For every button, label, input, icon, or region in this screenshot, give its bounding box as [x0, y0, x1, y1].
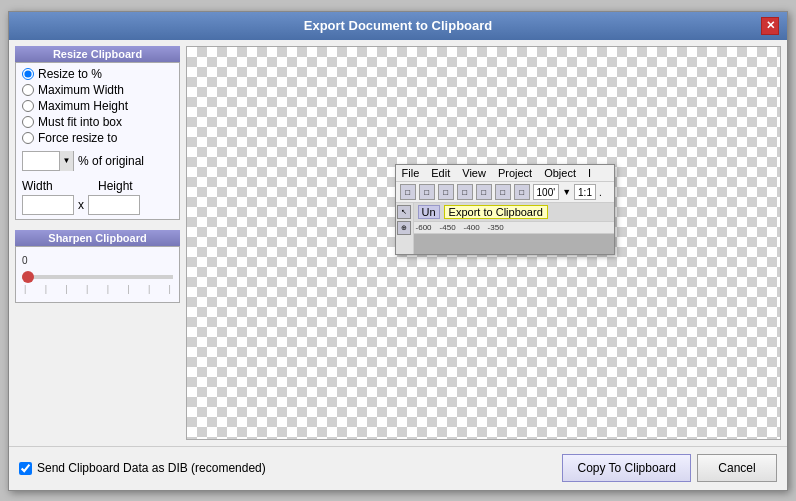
title-bar: Export Document to Clipboard ✕ [9, 12, 787, 40]
mini-menu-edit[interactable]: Edit [429, 167, 452, 179]
slider-min-label: 0 [22, 255, 28, 266]
dimensions-row: Width Height 297 x 134 [22, 179, 173, 215]
mini-toolbar-zoom: 100' [533, 184, 560, 200]
percent-label: % of original [78, 154, 144, 168]
resize-radio-group: Resize to % Maximum Width Maximum Height [22, 67, 173, 145]
export-dialog: Export Document to Clipboard ✕ Resize Cl… [8, 11, 788, 491]
percent-input[interactable]: 100 [23, 152, 59, 170]
resize-options-box: Resize to % Maximum Width Maximum Height [15, 62, 180, 220]
ruler-mark-3: -400 [464, 223, 480, 232]
max-width-label: Maximum Width [38, 83, 124, 97]
resize-percent-label: Resize to % [38, 67, 102, 81]
mini-menu-object[interactable]: Object [542, 167, 578, 179]
bottom-bar: Send Clipboard Data as DIB (recomended) … [9, 446, 787, 490]
width-input[interactable]: 297 [22, 195, 74, 215]
dib-checkbox[interactable] [19, 462, 32, 475]
mini-toolbar-icon-1: □ [400, 184, 416, 200]
max-width-option[interactable]: Maximum Width [22, 83, 173, 97]
height-input[interactable]: 134 [88, 195, 140, 215]
ruler-mark-4: -350 [488, 223, 504, 232]
percent-dropdown-arrow[interactable]: ▼ [59, 151, 73, 171]
mini-toolbar-icon-2: □ [419, 184, 435, 200]
resize-percent-option[interactable]: Resize to % [22, 67, 173, 81]
copy-to-clipboard-button[interactable]: Copy To Clipboard [562, 454, 691, 482]
force-resize-label: Force resize to [38, 131, 117, 145]
mini-canvas-content [414, 234, 614, 254]
left-panel: Resize Clipboard Resize to % Maximum Wid… [15, 46, 180, 440]
dim-x-separator: x [78, 198, 84, 212]
mini-menu-i[interactable]: I [586, 167, 593, 179]
dim-labels: Width Height [22, 179, 173, 193]
ruler-mark-1: -600 [416, 223, 432, 232]
mini-toolbar-separator: ▼ [562, 187, 571, 197]
mini-toolbar-icon-4: □ [457, 184, 473, 200]
dialog-title: Export Document to Clipboard [35, 18, 761, 33]
preview-area: File Edit View Project Object I □ □ □ □ … [186, 46, 781, 440]
mini-toolbar-icon-6: □ [495, 184, 511, 200]
mini-menu-file[interactable]: File [400, 167, 422, 179]
force-resize-radio[interactable] [22, 132, 34, 144]
width-label: Width [22, 179, 82, 193]
resize-section-header: Resize Clipboard [15, 46, 180, 62]
height-label: Height [98, 179, 158, 193]
mini-menu-project[interactable]: Project [496, 167, 534, 179]
max-height-option[interactable]: Maximum Height [22, 99, 173, 113]
resize-section: Resize Clipboard Resize to % Maximum Wid… [15, 46, 180, 220]
force-resize-option[interactable]: Force resize to [22, 131, 173, 145]
mini-menubar: File Edit View Project Object I [396, 165, 614, 182]
max-width-radio[interactable] [22, 84, 34, 96]
dim-inputs: 297 x 134 [22, 195, 173, 215]
dib-label: Send Clipboard Data as DIB (recomended) [37, 461, 266, 475]
mini-ruler: -600 -450 -400 -350 [414, 222, 614, 234]
mini-tooltip: Export to Clipboard [444, 205, 548, 219]
mini-toolbar: □ □ □ □ □ □ □ 100' ▼ 1:1 . [396, 182, 614, 203]
sharpen-section: Sharpen Clipboard 0 | | | | | | | | [15, 230, 180, 303]
mini-window: File Edit View Project Object I □ □ □ □ … [395, 164, 615, 255]
slider-ticks: | | | | | | | | [22, 284, 173, 294]
cancel-button[interactable]: Cancel [697, 454, 777, 482]
max-height-radio[interactable] [22, 100, 34, 112]
mini-canvas: Un Export to Clipboard -600 -450 -400 -3… [414, 203, 614, 254]
fit-box-option[interactable]: Must fit into box [22, 115, 173, 129]
checkbox-area: Send Clipboard Data as DIB (recomended) [19, 461, 266, 475]
ruler-mark-2: -450 [440, 223, 456, 232]
mini-label: Un [418, 205, 440, 219]
percent-row: 100 ▼ % of original [22, 151, 173, 171]
mini-menu-view[interactable]: View [460, 167, 488, 179]
mini-toolbar-icon-5: □ [476, 184, 492, 200]
mini-toolbar-dot: . [599, 187, 602, 198]
fit-box-label: Must fit into box [38, 115, 122, 129]
mini-content: ↖ ⊕ Un Export to Clipboard -600 - [396, 203, 614, 254]
sharpen-slider[interactable] [22, 275, 173, 279]
buttons-area: Copy To Clipboard Cancel [562, 454, 777, 482]
resize-percent-radio[interactable] [22, 68, 34, 80]
close-button[interactable]: ✕ [761, 17, 779, 35]
mini-cursor-tool[interactable]: ↖ [397, 205, 411, 219]
mini-zoom-tool[interactable]: ⊕ [397, 221, 411, 235]
mini-toolbar-icon-7: □ [514, 184, 530, 200]
mini-toolbar-icon-3: □ [438, 184, 454, 200]
content-area: Resize Clipboard Resize to % Maximum Wid… [9, 40, 787, 446]
percent-input-wrapper: 100 ▼ [22, 151, 74, 171]
mini-toolbar-ratio: 1:1 [574, 184, 596, 200]
sharpen-box: 0 | | | | | | | | [15, 246, 180, 303]
sharpen-section-header: Sharpen Clipboard [15, 230, 180, 246]
fit-box-radio[interactable] [22, 116, 34, 128]
max-height-label: Maximum Height [38, 99, 128, 113]
mini-side-toolbar: ↖ ⊕ [396, 203, 414, 254]
